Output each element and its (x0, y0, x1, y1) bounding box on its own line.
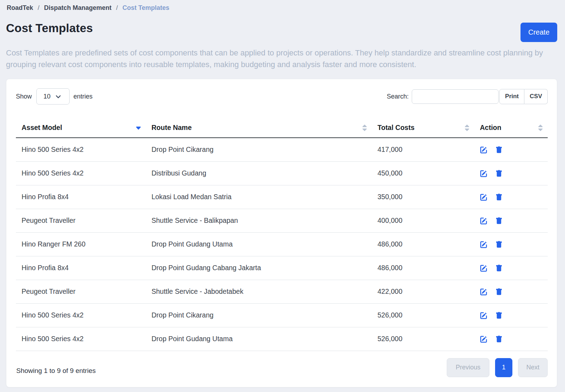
delete-button[interactable] (495, 146, 502, 154)
next-page-button[interactable]: Next (518, 358, 548, 377)
sort-indicator (464, 124, 470, 131)
edit-button[interactable] (480, 170, 487, 177)
table-row: Peugeot TravellerShuttle Service - Balik… (16, 209, 548, 232)
column-label: Total Costs (377, 124, 415, 131)
edit-button[interactable] (480, 146, 487, 154)
route-name-cell: Drop Point Cikarang (146, 303, 372, 327)
page: RoadTek/Dispatch Management/Cost Templat… (0, 0, 565, 387)
edit-icon (480, 170, 487, 177)
column-header-total-costs[interactable]: Total Costs (372, 118, 474, 138)
asset-model-cell: Hino 500 Series 4x2 (16, 303, 146, 327)
action-cell (474, 209, 548, 232)
sort-descending-indicator (136, 126, 141, 130)
current-page-button[interactable]: 1 (495, 358, 512, 377)
edit-icon (480, 194, 487, 201)
sort-both-icon (362, 124, 367, 131)
edit-button[interactable] (480, 288, 487, 296)
csv-button[interactable]: CSV (524, 89, 548, 104)
search-label: Search: (387, 93, 409, 100)
edit-icon (480, 146, 487, 154)
edit-button[interactable] (480, 265, 487, 272)
pagination: Previous 1 Next (447, 358, 548, 377)
column-header-route-name[interactable]: Route Name (146, 118, 372, 138)
page-size-value: 10 (37, 93, 50, 100)
table-row: Hino 500 Series 4x2Drop Point Cikarang41… (16, 138, 548, 161)
trash-icon (495, 335, 502, 343)
trash-icon (495, 170, 502, 177)
print-button[interactable]: Print (499, 89, 524, 104)
delete-button[interactable] (495, 265, 502, 272)
table-row: Peugeot TravellerShuttle Service - Jabod… (16, 280, 548, 303)
action-cell (474, 327, 548, 351)
trash-icon (495, 217, 502, 225)
trash-icon (495, 312, 502, 319)
action-cell (474, 232, 548, 256)
page-size-select[interactable]: 10 (36, 88, 70, 105)
trash-icon (495, 194, 502, 201)
total-costs-cell: 350,000 (372, 185, 474, 209)
table-card: Show 10 entries Search: Print CSV (6, 79, 557, 387)
delete-button[interactable] (495, 194, 502, 201)
page-title: Cost Templates (6, 22, 93, 35)
table-footer: Showing 1 to 9 of 9 entries Previous 1 N… (16, 358, 548, 377)
search-and-export: Search: Print CSV (387, 89, 548, 104)
column-header-action[interactable]: Action (474, 118, 548, 138)
previous-page-button[interactable]: Previous (447, 358, 489, 377)
column-header-asset-model[interactable]: Asset Model (16, 118, 146, 138)
column-label: Asset Model (22, 124, 62, 131)
delete-button[interactable] (495, 217, 502, 225)
route-name-cell: Distribusi Gudang (146, 161, 372, 185)
entries-summary: Showing 1 to 9 of 9 entries (16, 367, 96, 375)
title-row: Cost Templates Create (6, 23, 557, 42)
column-label: Action (480, 124, 501, 131)
route-name-cell: Drop Point Cikarang (146, 138, 372, 161)
delete-button[interactable] (495, 241, 502, 248)
table-controls: Show 10 entries Search: Print CSV (16, 88, 548, 105)
trash-icon (495, 288, 502, 296)
route-name-cell: Shuttle Service - Jabodetabek (146, 280, 372, 303)
show-label: Show (16, 93, 32, 100)
edit-button[interactable] (480, 194, 487, 201)
sort-indicator (362, 124, 367, 131)
delete-button[interactable] (495, 170, 502, 177)
trash-icon (495, 241, 502, 248)
edit-icon (480, 265, 487, 272)
edit-button[interactable] (480, 217, 487, 225)
route-name-cell: Shuttle Service - Balikpapan (146, 209, 372, 232)
export-button-group: Print CSV (499, 89, 548, 104)
edit-button[interactable] (480, 241, 487, 248)
total-costs-cell: 450,000 (372, 161, 474, 185)
delete-button[interactable] (495, 312, 502, 319)
breadcrumb: RoadTek/Dispatch Management/Cost Templat… (6, 4, 557, 12)
action-cell (474, 303, 548, 327)
breadcrumb-item-roadtek[interactable]: RoadTek (7, 4, 33, 12)
breadcrumb-item-dispatch-management[interactable]: Dispatch Management (44, 4, 112, 12)
asset-model-cell: Peugeot Traveller (16, 280, 146, 303)
asset-model-cell: Hino 500 Series 4x2 (16, 327, 146, 351)
edit-button[interactable] (480, 312, 487, 319)
action-cell (474, 185, 548, 209)
total-costs-cell: 486,000 (372, 256, 474, 280)
asset-model-cell: Hino Profia 8x4 (16, 185, 146, 209)
sort-indicator (538, 124, 543, 131)
action-cell (474, 256, 548, 280)
search-input[interactable] (412, 89, 499, 104)
delete-button[interactable] (495, 288, 502, 296)
asset-model-cell: Hino Profia 8x4 (16, 256, 146, 280)
total-costs-cell: 417,000 (372, 138, 474, 161)
edit-button[interactable] (480, 335, 487, 343)
total-costs-cell: 400,000 (372, 209, 474, 232)
delete-button[interactable] (495, 335, 502, 343)
action-cell (474, 138, 548, 161)
sort-desc-icon (136, 126, 141, 130)
action-cell (474, 161, 548, 185)
table-row: Hino 500 Series 4x2Drop Point Gudang Uta… (16, 327, 548, 351)
create-button[interactable]: Create (521, 23, 557, 42)
table-row: Hino Ranger FM 260Drop Point Gudang Utam… (16, 232, 548, 256)
entries-label: entries (73, 93, 93, 100)
total-costs-cell: 422,000 (372, 280, 474, 303)
action-cell (474, 280, 548, 303)
breadcrumb-item-cost-templates: Cost Templates (123, 4, 170, 12)
sort-both-icon (464, 124, 470, 131)
table-row: Hino Profia 8x4Drop Point Gudang Cabang … (16, 256, 548, 280)
